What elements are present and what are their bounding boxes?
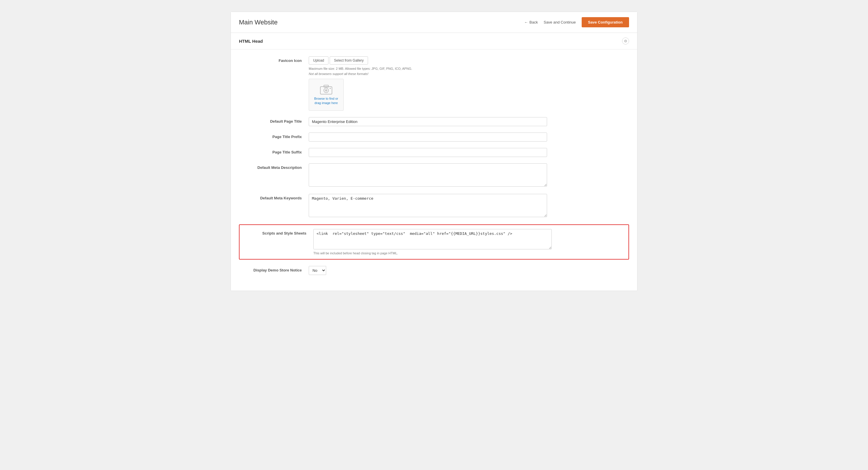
page-title-suffix-row: Page Title Suffix xyxy=(239,148,629,157)
section-title: HTML Head xyxy=(239,39,263,43)
browse-link[interactable]: Browse to find ordrag image here xyxy=(314,96,338,105)
default-page-title-label: Default Page Title xyxy=(239,117,309,124)
section-header: HTML Head ⊙ xyxy=(231,33,637,50)
display-demo-notice-label: Display Demo Store Notice xyxy=(239,266,309,272)
svg-point-2 xyxy=(325,89,327,92)
header-actions: ← Back Save and Continue Save Configurat… xyxy=(524,17,629,27)
page-title-suffix-input[interactable] xyxy=(309,148,547,157)
scripts-inner: Scripts and Style Sheets <link rel="styl… xyxy=(244,229,624,255)
save-continue-button[interactable]: Save and Continue xyxy=(544,20,576,24)
upload-btn-row: Upload Select from Gallery xyxy=(309,56,547,65)
default-meta-keywords-control: Magento, Varien, E-commerce xyxy=(309,194,547,218)
page-title-prefix-input[interactable] xyxy=(309,132,547,142)
image-upload-area[interactable]: Browse to find ordrag image here xyxy=(309,79,344,111)
back-label: Back xyxy=(529,20,538,24)
default-meta-description-row: Default Meta Description xyxy=(239,163,629,187)
select-gallery-button[interactable]: Select from Gallery xyxy=(330,56,368,65)
default-meta-description-control xyxy=(309,163,547,187)
page-header: Main Website ← Back Save and Continue Sa… xyxy=(231,12,637,33)
collapse-button[interactable]: ⊙ xyxy=(622,37,629,44)
upload-button[interactable]: Upload xyxy=(309,56,329,65)
display-demo-notice-control: No Yes xyxy=(309,266,547,275)
collapse-icon: ⊙ xyxy=(624,39,627,43)
file-info-line2: Not all browsers support all these forma… xyxy=(309,71,547,77)
main-card: Main Website ← Back Save and Continue Sa… xyxy=(230,12,638,291)
favicon-icon-control: Upload Select from Gallery Maximum file … xyxy=(309,56,547,111)
page-wrapper: Main Website ← Back Save and Continue Sa… xyxy=(230,12,638,291)
default-meta-description-label: Default Meta Description xyxy=(239,163,309,170)
page-title-prefix-label: Page Title Prefix xyxy=(239,132,309,139)
scripts-style-sheets-label: Scripts and Style Sheets xyxy=(244,229,313,236)
camera-icon xyxy=(320,84,333,95)
default-meta-description-input[interactable] xyxy=(309,163,547,187)
display-demo-notice-row: Display Demo Store Notice No Yes xyxy=(239,266,629,275)
default-page-title-control xyxy=(309,117,547,126)
scripts-hint: This will be included before head closin… xyxy=(313,251,552,255)
back-button[interactable]: ← Back xyxy=(524,20,538,24)
scripts-style-sheets-input[interactable]: <link rel="stylesheet" type="text/css" m… xyxy=(313,229,552,249)
scripts-style-sheets-highlight: Scripts and Style Sheets <link rel="styl… xyxy=(239,224,629,259)
page-title-prefix-row: Page Title Prefix xyxy=(239,132,629,142)
favicon-icon-label: Favicon Icon xyxy=(239,56,309,63)
file-info-line1: Maximum file size: 2 MB. Allowed file ty… xyxy=(309,66,547,71)
default-page-title-row: Default Page Title xyxy=(239,117,629,126)
default-meta-keywords-row: Default Meta Keywords Magento, Varien, E… xyxy=(239,194,629,218)
page-title-suffix-control xyxy=(309,148,547,157)
display-demo-notice-select[interactable]: No Yes xyxy=(309,266,326,275)
scripts-style-sheets-control: <link rel="stylesheet" type="text/css" m… xyxy=(313,229,552,255)
page-title-prefix-control xyxy=(309,132,547,142)
save-configuration-button[interactable]: Save Configuration xyxy=(582,17,629,27)
display-demo-notice-select-wrap: No Yes xyxy=(309,266,547,275)
favicon-icon-row: Favicon Icon Upload Select from Gallery … xyxy=(239,56,629,111)
svg-point-4 xyxy=(330,88,331,89)
default-page-title-input[interactable] xyxy=(309,117,547,126)
page-title: Main Website xyxy=(239,19,278,26)
form-content: Favicon Icon Upload Select from Gallery … xyxy=(231,50,637,291)
default-meta-keywords-label: Default Meta Keywords xyxy=(239,194,309,200)
back-arrow-icon: ← xyxy=(524,20,528,24)
default-meta-keywords-input[interactable]: Magento, Varien, E-commerce xyxy=(309,194,547,217)
file-info: Maximum file size: 2 MB. Allowed file ty… xyxy=(309,66,547,76)
page-title-suffix-label: Page Title Suffix xyxy=(239,148,309,154)
